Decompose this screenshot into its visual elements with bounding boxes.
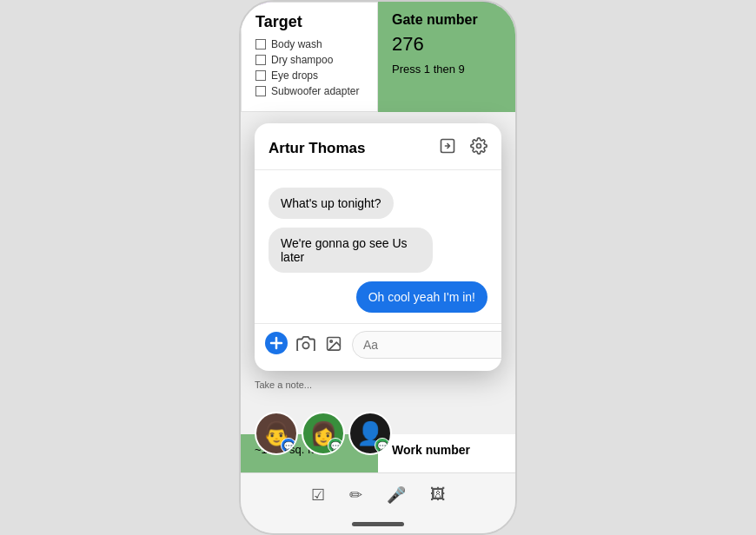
target-item-label-2: Dry shampoo (271, 54, 333, 66)
chat-text-input[interactable] (352, 331, 501, 359)
msg-3: Oh cool yeah I'm in! (356, 281, 487, 313)
avatar-1[interactable]: 👨 💬 (255, 412, 298, 455)
gate-panel: Gate number 276 Press 1 then 9 (378, 2, 515, 112)
take-note-label: Take a note... (255, 380, 312, 390)
checkbox-4 (255, 86, 266, 96)
pencil-icon[interactable]: ✏ (349, 485, 362, 505)
work-title: Work number (392, 443, 501, 457)
chat-header: Artur Thomas (255, 123, 501, 170)
check-icon[interactable]: ☑ (311, 485, 325, 505)
badge-messages-1: 💬 (281, 438, 296, 453)
gate-number: 276 (392, 33, 501, 56)
target-item-2: Dry shampoo (255, 54, 363, 66)
chat-messages: What's up tonight? We're gonna go see Us… (255, 170, 501, 323)
chat-camera-button[interactable] (296, 335, 315, 355)
bubble-row: 👨 💬 👩 💬 👤 💬 Take a note... (241, 412, 406, 455)
target-panel: Target Body wash Dry shampoo Eye drops S… (241, 2, 378, 112)
chat-plus-button[interactable] (265, 332, 288, 359)
badge-messages-3: 💬 (375, 438, 390, 453)
svg-point-5 (302, 342, 308, 348)
target-item-1: Body wash (255, 38, 363, 50)
svg-point-1 (477, 144, 481, 149)
gate-instruction: Press 1 then 9 (392, 63, 501, 76)
chat-back-icon[interactable] (439, 137, 456, 159)
chat-header-icons (439, 137, 487, 159)
chat-overlay: Artur Thomas What's up tonight? (255, 123, 501, 371)
avatar-3[interactable]: 👤 💬 (348, 412, 392, 455)
phone-container: Target Body wash Dry shampoo Eye drops S… (239, 0, 517, 535)
target-item-3: Eye drops (255, 69, 363, 82)
bottom-toolbar: ☑ ✏ 🎤 🖼 (241, 472, 515, 516)
microphone-icon[interactable]: 🎤 (387, 485, 406, 505)
bg-top-panels: Target Body wash Dry shampoo Eye drops S… (241, 2, 515, 112)
target-item-label-4: Subwoofer adapter (271, 85, 359, 97)
msg-1: What's up tonight? (269, 188, 394, 219)
gate-title: Gate number (392, 12, 501, 28)
chat-gallery-button[interactable] (324, 335, 343, 355)
home-bar (352, 522, 404, 526)
msg-2: We're gonna go see Us later (269, 228, 433, 273)
chat-settings-icon[interactable] (470, 137, 487, 159)
target-item-4: Subwoofer adapter (255, 85, 363, 97)
badge-messages-2: 💬 (328, 438, 343, 453)
target-item-label-1: Body wash (271, 38, 322, 50)
chat-contact-name: Artur Thomas (269, 140, 365, 157)
avatar-2[interactable]: 👩 💬 (302, 412, 345, 455)
checkbox-1 (255, 39, 266, 50)
chat-input-row (255, 323, 501, 371)
target-title: Target (255, 13, 363, 31)
checkbox-3 (255, 70, 266, 81)
svg-point-7 (330, 340, 332, 341)
image-icon[interactable]: 🖼 (430, 485, 446, 504)
target-item-label-3: Eye drops (271, 69, 318, 82)
home-bar-area (241, 516, 515, 533)
checkbox-2 (255, 55, 266, 65)
